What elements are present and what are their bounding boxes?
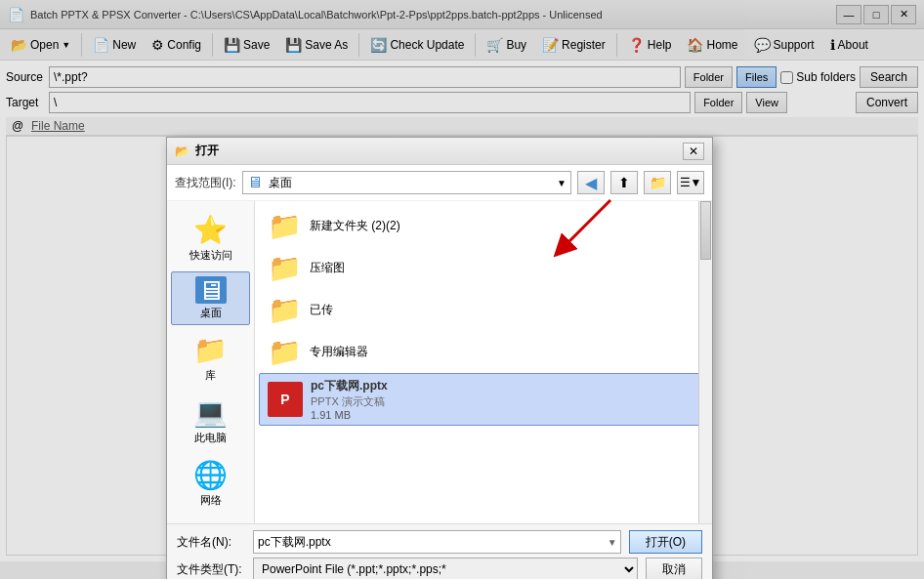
dialog-nav: ⭐ 快速访问 🖥 桌面 📁 库 💻 此电脑 🌐 网络 bbox=[167, 201, 255, 523]
nav-network[interactable]: 🌐 网络 bbox=[171, 454, 250, 513]
filename-dropdown-arrow[interactable]: ▼ bbox=[608, 537, 617, 548]
nav-library-label: 库 bbox=[205, 368, 216, 383]
dropdown-arrow-icon: ▼ bbox=[557, 178, 567, 188]
location-label: 查找范围(I): bbox=[175, 175, 236, 191]
filetype-label: 文件类型(T): bbox=[177, 561, 245, 578]
location-folder-icon: 🖥 bbox=[247, 174, 263, 191]
file-item-name: 已传 bbox=[310, 302, 333, 318]
dialog-title-icon: 📂 bbox=[175, 145, 189, 158]
pptx-type: PPTX 演示文稿 bbox=[311, 394, 388, 409]
new-folder-button[interactable]: 📁 bbox=[644, 171, 671, 194]
nav-back-button[interactable]: ◀ bbox=[577, 171, 605, 194]
nav-desktop[interactable]: 🖥 桌面 bbox=[171, 271, 250, 325]
nav-network-label: 网络 bbox=[200, 493, 222, 508]
location-value: 桌面 bbox=[269, 175, 292, 191]
scroll-thumb bbox=[700, 201, 711, 260]
dialog-title-text: 打开 bbox=[195, 143, 219, 159]
folder-icon: 📁 bbox=[268, 252, 302, 284]
desktop-icon: 🖥 bbox=[195, 276, 227, 304]
pptx-size: 1.91 MB bbox=[311, 409, 388, 421]
nav-computer[interactable]: 💻 此电脑 bbox=[171, 392, 250, 450]
list-item[interactable]: P pc下载网.pptx PPTX 演示文稿 1.91 MB bbox=[259, 373, 708, 426]
nav-library[interactable]: 📁 库 bbox=[171, 329, 250, 388]
folder-icon: 📁 bbox=[268, 294, 302, 326]
computer-icon: 💻 bbox=[193, 396, 228, 429]
library-icon: 📁 bbox=[193, 334, 228, 366]
network-icon: 🌐 bbox=[193, 459, 228, 491]
file-item-name: 专用编辑器 bbox=[310, 344, 368, 360]
filename-label: 文件名(N): bbox=[177, 534, 245, 551]
dialog-toolbar: 查找范围(I): 🖥 桌面 ▼ ◀ ⬆ 📁 ☰▼ bbox=[167, 165, 712, 201]
quick-access-icon: ⭐ bbox=[193, 214, 228, 246]
list-item[interactable]: 📁 新建文件夹 (2)(2) bbox=[259, 205, 708, 247]
open-button[interactable]: 打开(O) bbox=[629, 530, 702, 554]
file-open-dialog: 📂 打开 ✕ 查找范围(I): 🖥 桌面 ▼ ◀ ⬆ 📁 ☰▼ ⭐ 快速访问 🖥 bbox=[166, 137, 713, 579]
view-options-button[interactable]: ☰▼ bbox=[677, 171, 704, 194]
pptx-filename: pc下载网.pptx bbox=[311, 378, 388, 394]
nav-up-button[interactable]: ⬆ bbox=[610, 171, 638, 194]
location-dropdown[interactable]: 🖥 桌面 ▼ bbox=[242, 171, 571, 194]
file-item-name: 压缩图 bbox=[310, 260, 345, 276]
list-item[interactable]: 📁 压缩图 bbox=[259, 247, 708, 289]
dialog-close-button[interactable]: ✕ bbox=[683, 143, 704, 160]
list-item[interactable]: 📁 专用编辑器 bbox=[259, 331, 708, 373]
filetype-select[interactable]: PowerPoint File (*.ppt;*.pptx;*.pps;* bbox=[253, 558, 638, 579]
filename-input[interactable] bbox=[253, 530, 621, 554]
pptx-details: pc下载网.pptx PPTX 演示文稿 1.91 MB bbox=[311, 378, 388, 421]
nav-quick-access[interactable]: ⭐ 快速访问 bbox=[171, 209, 250, 268]
cancel-button[interactable]: 取消 bbox=[646, 558, 702, 579]
scrollbar[interactable] bbox=[698, 201, 712, 523]
nav-computer-label: 此电脑 bbox=[194, 431, 227, 445]
dialog-footer: 文件名(N): ▼ 打开(O) 文件类型(T): PowerPoint File… bbox=[167, 523, 712, 579]
nav-desktop-label: 桌面 bbox=[200, 306, 222, 320]
folder-icon: 📁 bbox=[268, 336, 302, 368]
file-item-name: 新建文件夹 (2)(2) bbox=[310, 218, 400, 234]
dialog-files: 📁 新建文件夹 (2)(2) 📁 压缩图 📁 已传 📁 专用编辑器 P bbox=[255, 201, 712, 523]
folder-icon: 📁 bbox=[268, 210, 302, 242]
filename-row: 文件名(N): ▼ 打开(O) bbox=[177, 530, 702, 554]
list-item[interactable]: 📁 已传 bbox=[259, 289, 708, 331]
nav-quick-access-label: 快速访问 bbox=[189, 248, 232, 263]
pptx-icon: P bbox=[268, 382, 303, 417]
filetype-row: 文件类型(T): PowerPoint File (*.ppt;*.pptx;*… bbox=[177, 558, 702, 579]
dialog-title-bar: 📂 打开 ✕ bbox=[167, 138, 712, 165]
dialog-body: ⭐ 快速访问 🖥 桌面 📁 库 💻 此电脑 🌐 网络 bbox=[167, 201, 712, 523]
